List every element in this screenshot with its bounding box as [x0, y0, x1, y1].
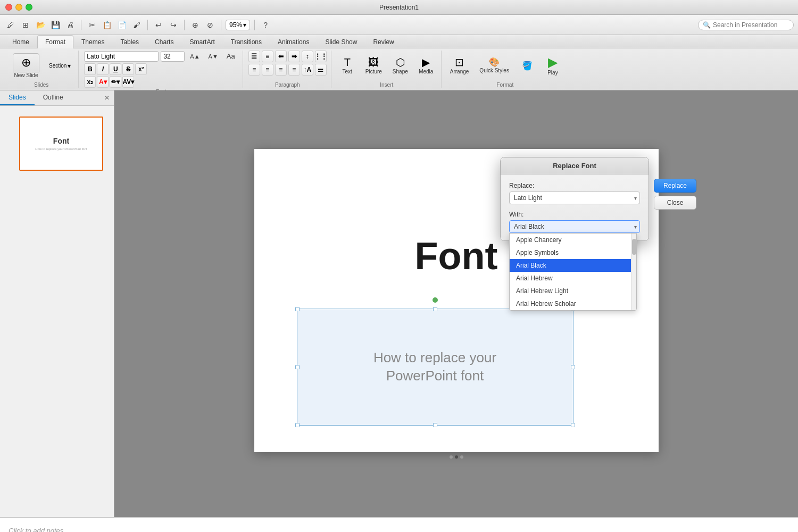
font-case-btn[interactable]: Aa: [223, 51, 238, 62]
bold-btn[interactable]: B: [84, 63, 96, 75]
select-btn[interactable]: ⊘: [204, 19, 217, 31]
undo-btn[interactable]: ↩: [152, 19, 165, 31]
handle-top-center[interactable]: [433, 307, 437, 311]
underline-btn[interactable]: U: [110, 63, 121, 75]
align-left-btn[interactable]: ≡: [248, 64, 260, 76]
dropdown-item-apple-symbols[interactable]: Apple Symbols: [510, 246, 636, 259]
font-size-increase-btn[interactable]: A▲: [187, 52, 203, 61]
search-bar[interactable]: 🔍: [698, 20, 794, 30]
handle-rotate[interactable]: [433, 297, 438, 303]
cut-btn[interactable]: ✂: [86, 19, 98, 31]
highlight-btn[interactable]: ✏▾: [110, 76, 121, 88]
tab-smartart[interactable]: SmartArt: [181, 35, 222, 48]
subscript-btn[interactable]: x₂: [84, 76, 96, 88]
text-direction-btn[interactable]: ↑A: [302, 64, 313, 76]
bullet-list-btn[interactable]: ☰: [248, 51, 260, 62]
dropdown-item-arial-hebrew[interactable]: Arial Hebrew: [510, 272, 636, 285]
slide-thumbnail-1[interactable]: Font How to replace your PowerPoint font: [19, 117, 103, 171]
dropdown-item-arial-black[interactable]: Arial Black: [510, 259, 636, 272]
close-button-dialog[interactable]: Close: [654, 196, 696, 210]
text-box-selected[interactable]: How to replace your PowerPoint font: [297, 309, 573, 426]
minimize-button[interactable]: [15, 4, 22, 11]
panel-tab-slides[interactable]: Slides: [0, 90, 35, 105]
handle-bottom-right[interactable]: [571, 423, 575, 427]
tab-slideshow[interactable]: Slide Show: [317, 35, 365, 48]
align-center-btn[interactable]: ≡: [262, 64, 273, 76]
dropdown-item-arial-hebrew-scholar[interactable]: Arial Hebrew Scholar: [510, 297, 636, 310]
grid-view-btn[interactable]: ⊞: [19, 19, 32, 31]
print-btn[interactable]: 🖨: [64, 19, 77, 31]
new-slide-button[interactable]: ⊕ New Slide: [9, 51, 44, 80]
tab-tables[interactable]: Tables: [112, 35, 147, 48]
tab-review[interactable]: Review: [365, 35, 402, 48]
color-fill-btn[interactable]: 🪣: [517, 60, 538, 72]
handle-bottom-left[interactable]: [295, 423, 300, 427]
play-label: Play: [547, 70, 558, 76]
format-painter-btn[interactable]: 🖌: [130, 19, 143, 31]
section-button[interactable]: Section ▾: [46, 61, 74, 71]
browse-btn[interactable]: 📂: [34, 19, 47, 31]
tab-transitions[interactable]: Transitions: [223, 35, 270, 48]
insert-btn[interactable]: ⊕: [189, 19, 202, 31]
toolbar-separator-1: [81, 20, 81, 30]
superscript-btn[interactable]: x²: [135, 63, 147, 75]
replace-button[interactable]: Replace: [654, 179, 696, 193]
panel-tab-outline[interactable]: Outline: [35, 90, 72, 105]
dropdown-item-apple-chancery[interactable]: Apple Chancery: [510, 234, 636, 246]
zoom-control[interactable]: 95% ▾: [226, 20, 250, 30]
decrease-indent-btn[interactable]: ⬅: [275, 51, 287, 62]
handle-bottom-center[interactable]: [433, 423, 437, 427]
maximize-button[interactable]: [26, 4, 32, 11]
strikethrough-btn[interactable]: S: [122, 63, 134, 75]
arrange-btn[interactable]: ⊡ Arrange: [447, 55, 472, 76]
replace-font-dialog[interactable]: Replace Font Replace: Lato Light ▾ With:…: [500, 157, 649, 241]
justify-btn[interactable]: ≡: [288, 64, 300, 76]
play-btn[interactable]: ▶ Play: [542, 54, 563, 77]
new-slide-toolbar-btn[interactable]: 🖊: [4, 19, 17, 31]
section-arrow-icon: ▾: [68, 62, 71, 70]
numbered-list-btn[interactable]: ≡: [262, 51, 273, 62]
dropdown-item-arial-hebrew-light[interactable]: Arial Hebrew Light: [510, 285, 636, 297]
text-insert-btn[interactable]: T Text: [337, 55, 358, 76]
tab-charts[interactable]: Charts: [147, 35, 181, 48]
font-name-input[interactable]: [84, 51, 159, 62]
columns-btn[interactable]: ⋮⋮: [315, 51, 327, 62]
canvas-area[interactable]: Font How to replace your PowerPoint font: [114, 90, 798, 517]
new-slide-icon: ⊕: [13, 53, 39, 72]
line-spacing-btn[interactable]: ↕: [302, 51, 313, 62]
italic-btn[interactable]: I: [97, 63, 109, 75]
shape-btn[interactable]: ⬡ Shape: [389, 55, 411, 76]
increase-indent-btn[interactable]: ➡: [288, 51, 300, 62]
save-btn[interactable]: 💾: [49, 19, 62, 31]
thumb-title: Font: [53, 137, 69, 145]
redo-btn[interactable]: ↪: [167, 19, 180, 31]
quick-styles-btn[interactable]: 🎨 Quick Styles: [476, 56, 512, 75]
align-right-btn[interactable]: ≡: [275, 64, 287, 76]
paste-btn[interactable]: 📄: [115, 19, 128, 31]
tab-format[interactable]: Format: [37, 35, 73, 48]
with-select[interactable]: Arial Black: [509, 220, 640, 233]
font-size-input[interactable]: [161, 51, 185, 62]
search-input[interactable]: [713, 21, 787, 29]
handle-middle-right[interactable]: [571, 365, 575, 369]
tab-animations[interactable]: Animations: [270, 35, 317, 48]
thumb-subtitle: How to replace your PowerPoint font: [35, 147, 87, 151]
font-row-1: A▲ A▼ Aa: [84, 51, 238, 62]
font-size-decrease-btn[interactable]: A▼: [205, 52, 221, 61]
close-panel-btn[interactable]: ✕: [100, 90, 114, 105]
font-color-btn[interactable]: A▾: [97, 76, 109, 88]
handle-top-left[interactable]: [295, 307, 300, 311]
picture-btn[interactable]: 🖼 Picture: [362, 55, 385, 76]
close-button[interactable]: [5, 4, 12, 11]
handle-middle-left[interactable]: [295, 365, 300, 369]
replace-select[interactable]: Lato Light: [509, 192, 640, 204]
media-btn[interactable]: ▶ Media: [415, 55, 437, 76]
char-spacing-btn[interactable]: AV▾: [122, 76, 134, 88]
tab-themes[interactable]: Themes: [73, 35, 112, 48]
text-box-content: How to replace your PowerPoint font: [297, 309, 573, 425]
tab-home[interactable]: Home: [4, 35, 37, 48]
notes-area[interactable]: Click to add notes: [0, 517, 798, 532]
help-btn[interactable]: ?: [259, 19, 272, 31]
copy-btn[interactable]: 📋: [101, 19, 113, 31]
convert-list-btn[interactable]: ⚌: [315, 64, 327, 76]
